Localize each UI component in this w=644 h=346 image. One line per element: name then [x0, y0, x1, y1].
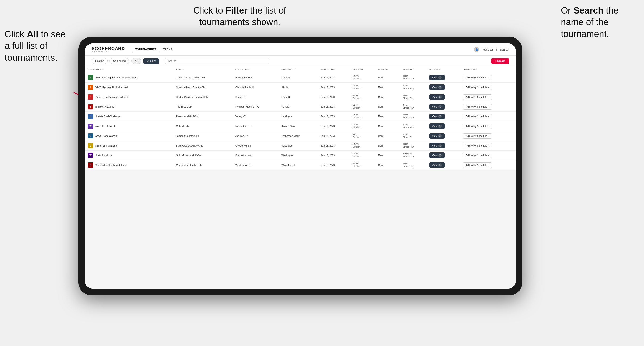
nav-tab-tournaments[interactable]: TOURNAMENTS [132, 47, 159, 52]
cell-city: Olympia Fields, IL [232, 83, 278, 92]
table-row: G Grover Page Classic Jackson Country Cl… [85, 131, 516, 141]
add-to-schedule-button[interactable]: Add to My Schedule + [462, 133, 492, 139]
info-icon: ⓘ [438, 154, 442, 157]
cell-start-date: Sep 16, 2023 [318, 92, 350, 102]
event-name-text: 2023 Joe Feaganes Marshall Invitational [95, 76, 138, 79]
cell-venue: Sand Creek Country Club [173, 141, 232, 151]
cell-venue: Gold Mountain Golf Club [173, 151, 232, 160]
cell-division: NCAADivision I [350, 102, 375, 112]
cell-scoring: Individual,Stroke Play [400, 151, 426, 160]
cell-actions: View ⓘ [426, 92, 460, 102]
view-button[interactable]: View ⓘ [429, 123, 445, 129]
cell-scoring: Team,Stroke Play [400, 92, 426, 102]
filter-tab-hosting[interactable]: Hosting [92, 58, 108, 64]
add-to-schedule-button[interactable]: Add to My Schedule + [462, 94, 492, 100]
add-to-schedule-button[interactable]: Add to My Schedule + [462, 104, 492, 110]
info-icon: ⓘ [438, 86, 442, 89]
cell-actions: View ⓘ [426, 131, 460, 141]
view-button[interactable]: View ⓘ [429, 75, 445, 80]
view-button[interactable]: View ⓘ [429, 94, 445, 100]
add-to-schedule-button[interactable]: Add to My Schedule + [462, 124, 492, 129]
cell-hosted-by: Fairfield [278, 92, 318, 102]
table-row: V Valpo Fall Invitational Sand Creek Cou… [85, 141, 516, 151]
filter-tab-competing[interactable]: Competing [110, 58, 129, 64]
cell-competing: Add to My Schedule + [460, 92, 516, 102]
create-button[interactable]: + Create [491, 58, 509, 64]
event-name-text: Grover Page Classic [95, 135, 117, 138]
cell-start-date: Sep 16, 2023 [318, 112, 350, 121]
cell-hosted-by: Valparaiso [278, 141, 318, 151]
cell-division: NCAADivision I [350, 160, 375, 170]
info-icon: ⓘ [438, 164, 442, 167]
sign-out-link[interactable]: Sign out [500, 48, 509, 51]
filter-bar: Hosting Competing All ⚙ Filter + Create [85, 56, 516, 66]
view-button[interactable]: View ⓘ [429, 84, 445, 90]
col-actions: ACTIONS [426, 66, 460, 73]
cell-event-name: I OFCC Fighting Illini Invitational [85, 83, 173, 92]
tournaments-table: EVENT NAME VENUE CITY, STATE HOSTED BY S… [85, 66, 516, 170]
cell-scoring: Team,Stroke Play [400, 141, 426, 151]
cell-gender: Men [375, 102, 400, 112]
view-button[interactable]: View ⓘ [429, 162, 445, 168]
add-to-schedule-button[interactable]: Add to My Schedule + [462, 85, 492, 90]
view-button[interactable]: View ⓘ [429, 143, 445, 149]
cell-actions: View ⓘ [426, 121, 460, 131]
view-button[interactable]: View ⓘ [429, 133, 445, 139]
info-icon: ⓘ [438, 125, 442, 128]
cell-competing: Add to My Schedule + [460, 141, 516, 151]
col-competing: COMPETING [460, 66, 516, 73]
cell-scoring: Team,Stroke Play [400, 121, 426, 131]
app-header: SCOREBOARD Powered by clippd TOURNAMENTS… [85, 43, 516, 56]
cell-city: Manhattan, KS [232, 121, 278, 131]
cell-competing: Add to My Schedule + [460, 121, 516, 131]
cell-division: NCAADivision I [350, 83, 375, 92]
annotation-top-center: Click to Filter the list oftournaments s… [171, 5, 309, 28]
search-input[interactable] [165, 58, 269, 64]
user-avatar: 👤 [474, 47, 479, 52]
cell-city: Westchester, IL [232, 160, 278, 170]
cell-gender: Men [375, 73, 400, 83]
cell-hosted-by: Tennessee-Martin [278, 131, 318, 141]
cell-event-name: V Valpo Fall Invitational [85, 141, 173, 151]
table-wrapper[interactable]: EVENT NAME VENUE CITY, STATE HOSTED BY S… [85, 66, 516, 289]
cell-event-name: C Chicago Highlands Invitational [85, 160, 173, 170]
event-name-text: Ryan T. Lee Memorial Collegiate [95, 96, 129, 99]
table-row: W Husky Individual Gold Mountain Golf Cl… [85, 151, 516, 160]
cell-division: NCAADivision I [350, 141, 375, 151]
cell-venue: Guyan Golf & Country Club [173, 73, 232, 83]
cell-division: NCAADivision I [350, 112, 375, 121]
cell-event-name: F Ryan T. Lee Memorial Collegiate [85, 92, 173, 102]
annotation-top-right: Or Search the name of the tournament. [561, 5, 637, 40]
cell-start-date: Sep 18, 2023 [318, 151, 350, 160]
cell-event-name: W Wildcat Invitational [85, 121, 173, 131]
cell-gender: Men [375, 151, 400, 160]
add-to-schedule-button[interactable]: Add to My Schedule + [462, 75, 492, 80]
cell-gender: Men [375, 160, 400, 170]
cell-hosted-by: Illinois [278, 83, 318, 92]
view-button[interactable]: View ⓘ [429, 104, 445, 110]
cell-event-name: G Grover Page Classic [85, 131, 173, 141]
cell-venue: Shuttle Meadow Country Club [173, 92, 232, 102]
cell-hosted-by: Wake Forest [278, 160, 318, 170]
cell-start-date: Sep 17, 2023 [318, 121, 350, 131]
cell-scoring: Team,Stroke Play [400, 112, 426, 121]
cell-city: Berlin, CT [232, 92, 278, 102]
add-to-schedule-button[interactable]: Add to My Schedule + [462, 114, 492, 119]
filter-button[interactable]: ⚙ Filter [143, 58, 159, 64]
nav-tabs: TOURNAMENTS TEAMS [132, 47, 176, 52]
add-to-schedule-button[interactable]: Add to My Schedule + [462, 143, 492, 149]
cell-actions: View ⓘ [426, 83, 460, 92]
filter-tab-all[interactable]: All [131, 58, 141, 64]
annotation-top-left: Click All to see a full list of tourname… [5, 28, 71, 64]
cell-gender: Men [375, 141, 400, 151]
nav-tab-teams[interactable]: TEAMS [160, 47, 176, 52]
col-scoring: SCORING [400, 66, 426, 73]
view-button[interactable]: View ⓘ [429, 114, 445, 119]
cell-competing: Add to My Schedule + [460, 160, 516, 170]
table-row: C Chicago Highlands Invitational Chicago… [85, 160, 516, 170]
view-button[interactable]: View ⓘ [429, 153, 445, 158]
add-to-schedule-button[interactable]: Add to My Schedule + [462, 163, 492, 168]
cell-start-date: Sep 18, 2023 [318, 131, 350, 141]
add-to-schedule-button[interactable]: Add to My Schedule + [462, 153, 492, 158]
cell-competing: Add to My Schedule + [460, 102, 516, 112]
